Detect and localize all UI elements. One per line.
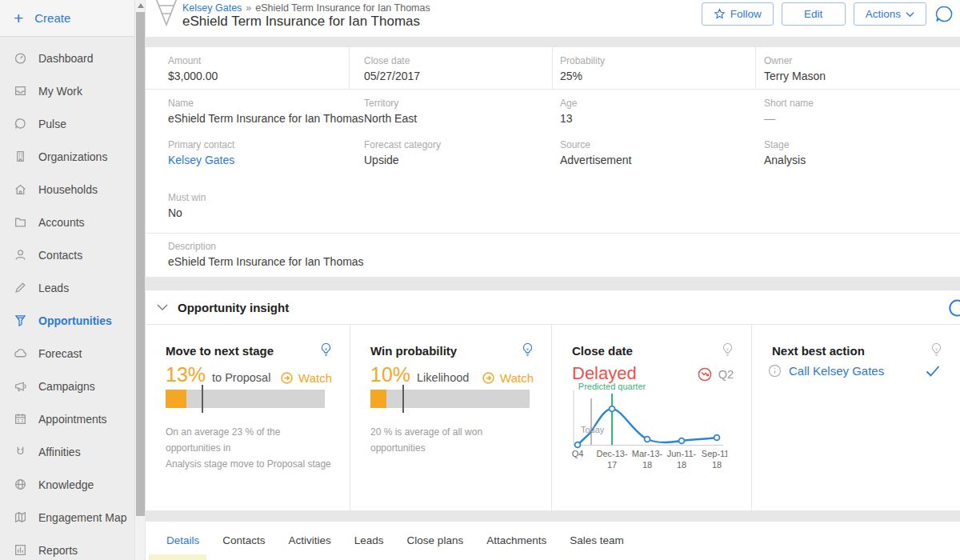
field-value: 05/27/2017: [364, 70, 420, 82]
sidebar-item-affinities[interactable]: Affinities: [0, 435, 134, 468]
sidebar-item-campaigns[interactable]: Campaigns: [0, 370, 134, 402]
field-close-date: Close date 05/27/2017: [364, 55, 420, 82]
sidebar-item-households[interactable]: Households: [0, 173, 134, 206]
card-title: Close date: [572, 344, 734, 358]
insight-section-header[interactable]: Opportunity insight: [146, 290, 960, 325]
field-label: Amount: [168, 55, 218, 66]
card-next-best-action: Next best action Call Kelsey Gates: [752, 325, 960, 510]
sidebar-item-forecast[interactable]: Forecast: [0, 337, 134, 370]
card-move-to-next-stage: Move to next stage 13% to Proposal Watch: [146, 325, 350, 510]
sidebar-item-accounts[interactable]: Accounts: [0, 206, 134, 238]
field-age: Age 13: [560, 98, 577, 125]
field-label: Close date: [364, 55, 420, 66]
scroll-up-arrow-icon[interactable]: [138, 3, 144, 8]
field-forecast-category: Forecast category Upside: [364, 139, 441, 166]
actions-button[interactable]: Actions: [854, 2, 926, 26]
data-point: [645, 437, 650, 442]
sidebar-item-my-work[interactable]: My Work: [0, 74, 134, 107]
sidebar-item-organizations[interactable]: Organizations: [0, 140, 134, 173]
divider: [146, 233, 960, 234]
cloud-icon: [14, 346, 27, 360]
field-territory: Territory North East: [364, 98, 417, 125]
sidebar-nav: Dashboard My Work Pulse Organizations Ho…: [0, 37, 134, 560]
watch-arrow-icon: [280, 371, 294, 385]
map-icon: [14, 510, 27, 524]
tab-attachments[interactable]: Attachments: [486, 534, 546, 546]
sidebar-item-reports[interactable]: Reports: [0, 534, 134, 560]
sidebar-item-knowledge[interactable]: Knowledge: [0, 468, 134, 501]
breadcrumb-current: eShield Term Insurance for Ian Thomas: [255, 2, 430, 14]
actions-label: Actions: [866, 8, 901, 20]
tab-activities[interactable]: Activities: [289, 534, 331, 546]
sidebar-item-label: Accounts: [38, 216, 85, 229]
sidebar-item-dashboard[interactable]: Dashboard: [0, 42, 134, 74]
divider: [552, 47, 553, 89]
field-label: Probability: [560, 55, 605, 66]
primary-contact-link[interactable]: Kelsey Gates: [168, 154, 234, 166]
edit-button[interactable]: Edit: [782, 2, 846, 26]
win-caption: 20 % is average of all won opportunities: [370, 424, 538, 456]
bulb-icon[interactable]: [522, 342, 534, 362]
tab-sales-team[interactable]: Sales team: [570, 534, 624, 546]
pencil-icon: [14, 281, 27, 294]
create-button[interactable]: + Create: [0, 0, 134, 37]
info-icon[interactable]: [768, 364, 782, 378]
watch-button[interactable]: Watch: [482, 371, 534, 385]
breadcrumb-parent-link[interactable]: Kelsey Gates: [182, 2, 242, 14]
stage-benchmark-marker: [202, 385, 203, 413]
metric-row: 13% to Proposal Watch: [166, 363, 332, 386]
sidebar-scrollbar[interactable]: [134, 0, 145, 560]
sidebar-item-label: Forecast: [38, 347, 82, 360]
refresh-button[interactable]: [946, 298, 960, 322]
page-title: eShield Term Insurance for Ian Thomas: [182, 14, 420, 30]
x-tick: Mar-13-: [632, 449, 663, 458]
field-stage: Stage Analysis: [764, 139, 806, 166]
sidebar-item-label: Leads: [38, 282, 69, 294]
scrollbar-thumb[interactable]: [136, 12, 145, 516]
field-label: Short name: [764, 98, 814, 109]
card-win-probability: Win probability 10% Likelihood Watch: [350, 325, 552, 510]
crm-app: + Create Dashboard My Work Pulse Organiz…: [0, 0, 960, 560]
gauge-icon: [14, 51, 27, 65]
trend-down-icon: [697, 366, 713, 382]
field-name: Name eShield Term Insurance for Ian Thom…: [168, 98, 364, 125]
chat-bubble-button[interactable]: [934, 4, 955, 29]
sidebar-item-opportunities[interactable]: Opportunities: [0, 304, 134, 337]
bulb-icon[interactable]: [320, 342, 332, 362]
x-tick: 18: [712, 460, 722, 470]
field-value: No: [168, 206, 206, 219]
card-title: Move to next stage: [166, 344, 332, 358]
building-icon: [14, 150, 27, 163]
tab-details[interactable]: Details: [166, 534, 199, 546]
field-short-name: Short name —: [764, 98, 814, 125]
win-progress-track: [370, 390, 530, 408]
sidebar-item-label: Dashboard: [38, 52, 94, 65]
speech-bubble-icon: [14, 117, 27, 130]
divider: [349, 47, 350, 89]
sidebar-item-pulse[interactable]: Pulse: [0, 107, 134, 140]
header-actions: Follow Edit Actions: [702, 2, 926, 26]
x-tick: Jun-11-: [667, 449, 697, 458]
bulb-icon[interactable]: [722, 342, 734, 362]
sidebar-item-leads[interactable]: Leads: [0, 271, 134, 304]
tab-leads[interactable]: Leads: [354, 534, 384, 546]
sidebar-item-contacts[interactable]: Contacts: [0, 238, 134, 271]
next-action-link[interactable]: Call Kelsey Gates: [789, 364, 918, 378]
sidebar-item-engagement-map[interactable]: Engagement Map: [0, 501, 134, 534]
bulb-icon[interactable]: [930, 342, 942, 362]
follow-button[interactable]: Follow: [702, 2, 774, 26]
field-value: Analysis: [764, 154, 806, 166]
today-label: Today: [581, 425, 605, 434]
tab-close-plans[interactable]: Close plans: [407, 534, 464, 546]
x-tick: 18: [677, 460, 686, 470]
record-header: Kelsey Gates»eShield Term Insurance for …: [146, 0, 960, 37]
win-percent: 10%: [370, 363, 410, 386]
tab-contacts[interactable]: Contacts: [222, 534, 265, 546]
main-content: Kelsey Gates»eShield Term Insurance for …: [146, 0, 960, 560]
sidebar-item-appointments[interactable]: Appointments: [0, 402, 134, 435]
field-value: 13: [560, 112, 577, 125]
check-icon[interactable]: [925, 365, 941, 378]
field-source: Source Advertisement: [560, 139, 631, 166]
watch-arrow-icon: [482, 371, 495, 385]
watch-button[interactable]: Watch: [280, 371, 332, 385]
